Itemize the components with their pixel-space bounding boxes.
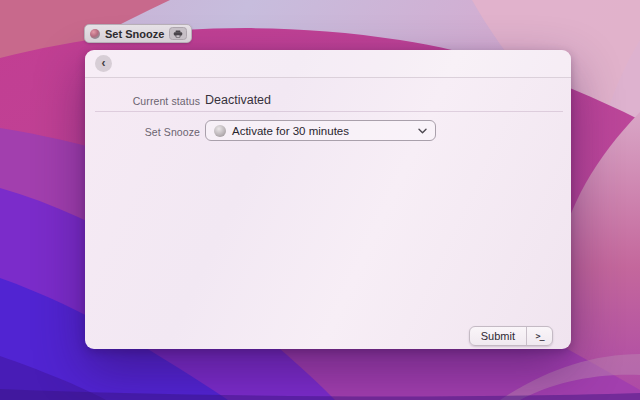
snooze-selected-option: Activate for 30 minutes — [232, 125, 349, 137]
chevron-down-icon — [418, 128, 427, 134]
chevron-left-icon: ‹ — [102, 56, 106, 70]
window-header: ‹ — [85, 50, 571, 78]
row-divider — [95, 111, 563, 112]
command-title: Set Snooze — [105, 28, 164, 40]
snooze-select[interactable]: Activate for 30 minutes — [205, 120, 436, 141]
back-button[interactable]: ‹ — [95, 55, 112, 72]
clock-icon — [214, 125, 226, 137]
submit-button-label: Submit — [470, 327, 526, 345]
snooze-field-label: Set Snooze — [85, 126, 200, 138]
status-field-label: Current status — [85, 95, 200, 107]
app-icon — [90, 29, 100, 39]
command-pill[interactable]: Set Snooze — [84, 24, 192, 43]
app-window: ‹ Current status Deactivated Set Snooze … — [85, 50, 571, 349]
terminal-prompt-icon: >_ — [526, 327, 552, 345]
submit-button[interactable]: Submit >_ — [469, 326, 553, 346]
printer-icon — [169, 27, 187, 40]
status-field-value: Deactivated — [205, 93, 271, 107]
